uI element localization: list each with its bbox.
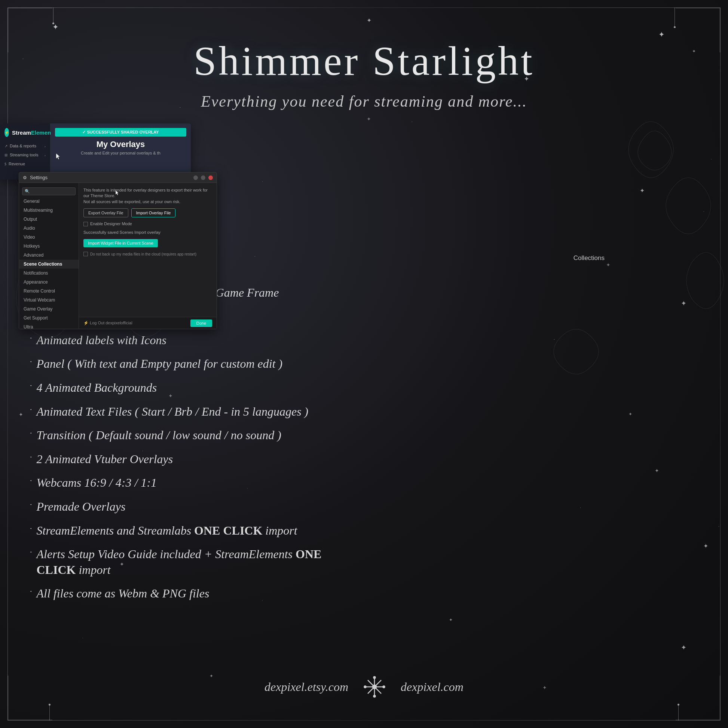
bullet: ·: [30, 405, 32, 414]
list-item: · Webcams 16:9 / 4:3 / 1:1: [30, 475, 337, 491]
list-item: · Panel ( With text and Empty panel for …: [30, 356, 337, 372]
obs-info-text: This feature is intended for overlay des…: [83, 187, 212, 205]
se-logo-icon: ⚡: [5, 128, 9, 137]
obs-sidebar: 🔍 General Multistreaming Output Audio Vi…: [19, 183, 79, 329]
obs-overlay-buttons: Export Overlay File Import Overlay File: [83, 208, 212, 217]
footer-left-link: dexpixel.etsy.com: [265, 680, 348, 694]
obs-no-backup-row: Do not back up my media files in the clo…: [83, 252, 212, 257]
obs-close-btn[interactable]: ×: [208, 176, 213, 180]
feature-text: StreamElements and Streamlabs ONE CLICK …: [37, 523, 297, 539]
se-nav-revenue: $ Revenue: [0, 159, 50, 168]
obs-nav-appearance[interactable]: Appearance: [19, 278, 78, 286]
bullet: ·: [30, 357, 32, 367]
obs-nav-video[interactable]: Video: [19, 233, 78, 242]
obs-settings-body: 🔍 General Multistreaming Output Audio Vi…: [19, 183, 217, 329]
obs-nav-remote-control[interactable]: Remote Control: [19, 286, 78, 295]
obs-cursor: [116, 190, 119, 196]
right-border-line: [720, 52, 720, 676]
obs-titlebar: ⚙ Settings ─ □ ×: [19, 173, 217, 183]
obs-nav-multistreaming[interactable]: Multistreaming: [19, 206, 78, 215]
bullet: ·: [30, 547, 32, 557]
footer-right-link: dexpixel.com: [401, 680, 463, 694]
obs-settings-screenshot: ⚙ Settings ─ □ × 🔍 General Multistreamin…: [19, 172, 217, 329]
obs-nav-virtual-webcam[interactable]: Virtual Webcam: [19, 295, 78, 304]
se-overlays-subtitle: Create and Edit your personal overlays &…: [55, 151, 186, 155]
obs-designer-mode-row: Enable Designer Mode: [83, 221, 212, 227]
svg-point-5: [373, 677, 375, 679]
dangle-top-left: [52, 8, 54, 24]
se-nav-label: Data & reports: [10, 144, 36, 148]
obs-nav-advanced[interactable]: Advanced: [19, 251, 78, 260]
obs-no-backup-checkbox[interactable]: [83, 252, 88, 256]
bullet: ·: [30, 428, 32, 438]
se-nav-label2: Streaming tools: [10, 153, 38, 157]
list-item: · Transition ( Default sound / low sound…: [30, 428, 337, 443]
list-item: · Animated Text Files ( Start / Brb / En…: [30, 404, 337, 420]
obs-saved-text: Successfully saved Scenes Import overlay: [83, 230, 212, 234]
feature-text: Alerts Setup Video Guide included + Stre…: [37, 546, 337, 578]
obs-designer-mode-label: Enable Designer Mode: [90, 221, 132, 227]
bullet: ·: [30, 381, 32, 390]
se-cursor: [56, 153, 61, 160]
top-border-line: [52, 8, 676, 8]
feature-text: Premade Overlays: [37, 499, 126, 515]
se-nav-data-reports: ↗ Data & reports ›: [0, 141, 50, 150]
feature-text: All files come as Webm & PNG files: [37, 586, 210, 601]
obs-export-overlay-btn[interactable]: Export Overlay File: [83, 208, 128, 217]
se-stream-text: Stream: [12, 130, 31, 136]
se-nav-label3: Revenue: [9, 162, 25, 166]
list-item: · 4 Animated Backgrounds: [30, 380, 337, 396]
dangle-bottom-right: [678, 704, 679, 720]
collections-label: Collections: [574, 254, 604, 262]
feature-text: Webcams 16:9 / 4:3 / 1:1: [37, 475, 157, 491]
obs-nav-hotkeys[interactable]: Hotkeys: [19, 242, 78, 251]
obs-designer-mode-checkbox[interactable]: [83, 222, 88, 226]
list-item: · Premade Overlays: [30, 499, 337, 515]
feature-text: 2 Animated Vtuber Overlays: [37, 451, 173, 467]
bullet: ·: [30, 333, 32, 343]
title-section: Shimmer Starlight Everything you need fo…: [0, 37, 728, 110]
feature-text: Panel ( With text and Empty panel for cu…: [37, 356, 283, 372]
obs-import-overlay-btn[interactable]: Import Overlay File: [131, 208, 176, 217]
obs-minimize-btn[interactable]: ─: [193, 176, 198, 180]
list-item: · All files come as Webm & PNG files: [30, 586, 337, 601]
obs-window-controls: ─ □ ×: [193, 176, 213, 180]
obs-content-area: This feature is intended for overlay des…: [79, 183, 217, 329]
obs-nav-notifications[interactable]: Notifications: [19, 269, 78, 278]
obs-nav-general[interactable]: General: [19, 197, 78, 206]
feature-text: Animated Text Files ( Start / Brb / End …: [37, 404, 309, 420]
obs-import-widget-btn[interactable]: Import Widget File in Current Scene: [83, 239, 158, 247]
obs-maximize-btn[interactable]: □: [201, 176, 205, 180]
svg-point-7: [364, 686, 366, 688]
feature-text: Animated labels with Icons: [37, 333, 167, 348]
obs-log-out-area: ⚡ Log Out dexpixelofficial: [83, 321, 132, 326]
bottom-border-line: [52, 720, 676, 720]
list-item: · StreamElements and Streamlabs ONE CLIC…: [30, 523, 337, 539]
feature-text: 4 Animated Backgrounds: [37, 380, 157, 396]
obs-nav-scene-collections[interactable]: Scene Collections: [19, 260, 78, 269]
dangle-top-right: [674, 8, 676, 28]
obs-no-backup-label: Do not back up my media files in the clo…: [90, 252, 196, 257]
svg-point-4: [373, 685, 376, 689]
obs-nav-game-overlay[interactable]: Game Overlay: [19, 304, 78, 314]
obs-nav-get-support[interactable]: Get Support: [19, 314, 78, 323]
bullet: ·: [30, 476, 32, 486]
obs-nav-audio[interactable]: Audio: [19, 224, 78, 233]
gear-icon: ⚙: [23, 175, 27, 180]
obs-nav-output[interactable]: Output: [19, 215, 78, 224]
obs-search-field[interactable]: 🔍: [22, 187, 76, 195]
obs-nav-ultra[interactable]: Ultra: [19, 323, 78, 329]
bullet: ·: [30, 587, 32, 596]
obs-title: ⚙ Settings: [23, 175, 47, 180]
list-item: · 2 Animated Vtuber Overlays: [30, 451, 337, 467]
obs-done-button[interactable]: Done: [190, 320, 212, 327]
svg-point-8: [383, 686, 385, 688]
bullet: ·: [30, 452, 32, 462]
se-success-banner: ✓ SUCCESSFULLY SHARED OVERLAY: [55, 128, 186, 136]
svg-point-6: [373, 696, 375, 697]
se-overlays-title: My Overlays: [55, 139, 186, 149]
bullet: ·: [30, 524, 32, 534]
se-sidebar: ⚡ StreamElements ↗ Data & reports › ⊞ St…: [0, 124, 50, 180]
bullet: ·: [30, 500, 32, 509]
main-title: Shimmer Starlight: [0, 37, 728, 85]
